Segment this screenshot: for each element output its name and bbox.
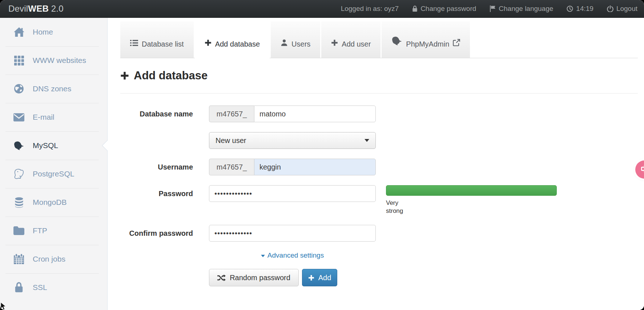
logged-in-as: Logged in as: oyz7 [341, 5, 399, 13]
caret-down-icon [261, 255, 265, 257]
username-row: Username m47657_ [120, 159, 638, 175]
sidebar-item-ftp[interactable]: FTP [0, 216, 107, 245]
plus-icon [331, 39, 338, 48]
tab-label: PhpMyAdmin [406, 40, 449, 48]
tab-phpmyadmin[interactable]: PhpMyAdmin [382, 21, 470, 58]
logged-in-text: Logged in as: oyz7 [341, 5, 399, 13]
tab-users[interactable]: Users [271, 21, 320, 58]
page-title: Add database [120, 69, 638, 82]
sidebar-nav: HomeWWW websitesDNS zonesE-mailMySQLPost… [0, 18, 108, 310]
password-row: Password Very strong [120, 185, 638, 215]
main-panel: Database listAdd databaseUsersAdd userPh… [108, 18, 644, 310]
chevron-down-icon [365, 139, 369, 142]
server-time-label: 14:19 [576, 5, 593, 13]
brand-devil: Devil [8, 4, 28, 13]
random-password-button[interactable]: Random password [209, 269, 299, 286]
sidebar-item-mongodb[interactable]: MongoDB [0, 188, 107, 216]
user-select[interactable]: New user [209, 132, 376, 149]
add-button[interactable]: Add [302, 269, 337, 286]
sidebar-item-e-mail[interactable]: E-mail [0, 103, 107, 131]
logout-link[interactable]: Logout [607, 5, 637, 13]
brand-version: 2.0 [51, 4, 64, 13]
password-group [209, 185, 376, 202]
plus-icon [308, 275, 314, 281]
page-title-text: Add database [134, 69, 208, 82]
password-label: Password [120, 185, 209, 202]
logout-label: Logout [616, 5, 637, 13]
confirm-password-row: Confirm password [120, 225, 638, 242]
tab-label: Users [291, 40, 310, 48]
sidebar-item-postgresql[interactable]: PostgreSQL [0, 160, 107, 188]
plus-icon [205, 39, 212, 48]
advanced-settings-label: Advanced settings [267, 251, 324, 259]
topbar: DevilWEB 2.0 Logged in as: oyz7 Change p… [0, 0, 644, 18]
database-name-input[interactable] [254, 106, 376, 122]
tab-add-database[interactable]: Add database [195, 21, 270, 58]
user-icon [281, 39, 288, 48]
change-password-link[interactable]: Change password [412, 5, 476, 13]
database-name-label: Database name [120, 106, 209, 122]
devilweb-window: DevilWEB 2.0 Logged in as: oyz7 Change p… [0, 0, 644, 310]
mysql-dolphin-icon [13, 140, 25, 151]
app-logo: DevilWEB 2.0 [8, 4, 64, 14]
username-group: m47657_ [209, 159, 376, 175]
user-select-row: New user [120, 132, 638, 149]
sidebar-item-label: WWW websites [33, 56, 86, 65]
random-password-label: Random password [230, 274, 290, 282]
sidebar-item-dns-zones[interactable]: DNS zones [0, 75, 107, 103]
sidebar-item-mysql[interactable]: MySQL [0, 131, 107, 160]
password-strength-bar [386, 185, 557, 196]
flag-icon [490, 5, 496, 12]
confirm-password-input[interactable] [209, 225, 376, 242]
database-name-row: Database name m47657_ [120, 106, 638, 122]
sidebar-item-label: SSL [33, 283, 47, 292]
sidebar-item-www-websites[interactable]: WWW websites [0, 46, 107, 75]
username-input[interactable] [254, 159, 376, 175]
lock-icon [13, 282, 25, 293]
home-icon [13, 27, 25, 37]
section-divider [120, 93, 638, 94]
sidebar-item-label: FTP [33, 226, 47, 235]
advanced-settings-row: Advanced settings [209, 251, 376, 259]
database-name-prefix: m47657_ [209, 106, 254, 122]
power-icon [607, 5, 613, 12]
confirm-password-label: Confirm password [120, 225, 209, 242]
username-prefix: m47657_ [209, 159, 254, 175]
tab-add-user[interactable]: Add user [321, 21, 381, 58]
lock-icon [412, 5, 418, 12]
add-database-form: Database name m47657_ New user Username [120, 106, 638, 286]
postgresql-elephant-icon [13, 168, 25, 179]
list-icon [130, 40, 138, 48]
sidebar-item-label: MySQL [33, 141, 58, 150]
external-link-icon [453, 39, 460, 48]
content-shell: HomeWWW websitesDNS zonesE-mailMySQLPost… [0, 18, 644, 310]
advanced-settings-link[interactable]: Advanced settings [261, 251, 324, 259]
sidebar-item-label: Home [33, 28, 53, 36]
grid-icon [13, 56, 25, 65]
password-input[interactable] [209, 185, 376, 202]
sidebar-item-label: MongoDB [33, 198, 67, 207]
tab-database-list[interactable]: Database list [120, 21, 194, 58]
clock-icon [567, 5, 573, 12]
sidebar-item-home[interactable]: Home [0, 18, 107, 46]
password-strength-label: Very strong [386, 199, 409, 215]
server-time: 14:19 [567, 5, 593, 13]
sidebar-item-label: Cron jobs [33, 255, 65, 263]
database-name-group: m47657_ [209, 106, 376, 122]
sidebar-item-ssl[interactable]: SSL [0, 273, 107, 302]
form-buttons: Random password Add [209, 269, 638, 286]
change-language-link[interactable]: Change language [490, 5, 553, 13]
tab-label: Add user [342, 40, 371, 48]
brand-web: WEB [28, 4, 49, 13]
tab-bar: Database listAdd databaseUsersAdd userPh… [120, 21, 638, 58]
username-label: Username [120, 159, 209, 175]
shuffle-icon [217, 274, 226, 281]
database-stack-icon [13, 197, 25, 208]
password-strength: Very strong [386, 185, 557, 215]
topbar-nav: Logged in as: oyz7 Change password Chang… [341, 5, 637, 13]
sidebar-item-label: PostgreSQL [33, 170, 74, 178]
confirm-password-group [209, 225, 376, 242]
sidebar-item-cron-jobs[interactable]: Cron jobs [0, 245, 107, 273]
add-button-label: Add [318, 274, 331, 282]
user-select-value: New user [216, 136, 246, 145]
